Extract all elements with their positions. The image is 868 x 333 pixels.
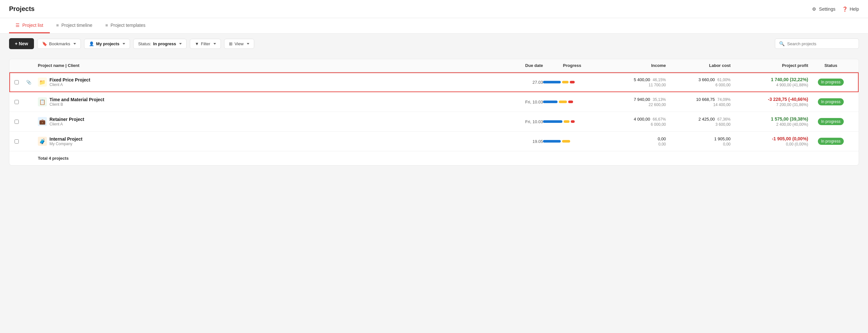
row-checkbox[interactable] <box>14 80 26 85</box>
pin-icon: 📎 <box>26 80 38 85</box>
bookmarks-caret <box>73 43 76 45</box>
status-cell: In progress <box>808 98 854 105</box>
row-select-checkbox[interactable] <box>14 100 19 104</box>
gear-icon: ⚙ <box>811 6 817 12</box>
project-client: Client B <box>50 102 104 107</box>
settings-label: Settings <box>819 6 836 12</box>
help-icon: ❓ <box>842 6 848 12</box>
search-wrap[interactable]: 🔍 <box>775 38 859 49</box>
labor-pct1: 67,36% <box>717 117 731 122</box>
tab-project-list[interactable]: ☰ Project list <box>9 18 50 33</box>
col-status: Status <box>808 63 854 68</box>
new-button[interactable]: + New <box>9 38 34 49</box>
profit-val2: 2 400,00 (40,00%) <box>731 122 808 127</box>
row-checkbox[interactable] <box>14 100 26 104</box>
status-badge: In progress <box>818 98 844 105</box>
progress-segment <box>543 101 558 103</box>
tab-project-list-icon: ☰ <box>16 23 20 28</box>
new-label: + New <box>15 41 28 46</box>
my-projects-caret <box>123 43 125 45</box>
progress-segment <box>543 81 561 84</box>
status-badge: In progress <box>818 118 844 125</box>
labor-val2: 6 000,00 <box>666 83 731 87</box>
project-name: Time and Material Project <box>50 97 104 102</box>
income-val2: 6 000,00 <box>601 122 666 127</box>
my-projects-button[interactable]: 👤 My projects <box>84 39 130 49</box>
labor-cell: 10 668,75 74,09% 14 400,00 <box>666 97 731 107</box>
status-cell: In progress <box>808 138 854 145</box>
project-name: Internal Project <box>50 136 83 142</box>
table-row[interactable]: 📎 📁 Fixed Price Project Client A 27.03 5… <box>9 72 859 92</box>
table-row[interactable]: 💼 Retainer Project Client A Fri, 10.03 4… <box>9 112 859 132</box>
income-cell: 5 400,00 46,15% 11 700,00 <box>601 77 666 87</box>
status-value: In progress <box>153 41 176 46</box>
row-checkbox[interactable] <box>14 139 26 143</box>
progress-bar-wrap <box>543 80 601 84</box>
labor-val1: 3 660,00 <box>699 77 715 82</box>
view-caret <box>247 43 249 45</box>
project-icon: 💼 <box>38 117 47 126</box>
bookmarks-button[interactable]: 🔖 Bookmarks <box>37 39 81 49</box>
col-labor-cost: Labor cost <box>666 63 731 68</box>
project-info: 📋 Time and Material Project Client B <box>38 97 504 107</box>
profit-cell: -3 228,75 (-40,66%) 7 200,00 (31,86%) <box>731 97 808 107</box>
row-select-checkbox[interactable] <box>14 80 19 85</box>
profit-cell: 1 740,00 (32,22%) 4 900,00 (41,88%) <box>731 77 808 87</box>
progress-bar-wrap <box>543 100 601 103</box>
progress-segment <box>568 101 573 103</box>
table-header: Project name | Client Due date Progress … <box>9 59 859 72</box>
total-label: Total 4 projects <box>38 156 68 161</box>
header-actions: ⚙ Settings ❓ Help <box>811 6 859 12</box>
table-row[interactable]: 📋 Time and Material Project Client B Fri… <box>9 92 859 112</box>
progress-segment <box>543 120 562 123</box>
status-badge: In progress <box>818 138 844 145</box>
row-checkbox[interactable] <box>14 120 26 124</box>
view-icon: ⊞ <box>229 41 232 46</box>
view-label: View <box>235 41 244 46</box>
filter-button[interactable]: ▼ Filter <box>190 39 221 49</box>
profit-val1: 1 575,00 (39,38%) <box>731 116 808 122</box>
labor-val1: 1 905,00 <box>714 136 731 141</box>
view-button[interactable]: ⊞ View <box>224 39 254 49</box>
bookmarks-label: Bookmarks <box>49 41 70 46</box>
search-input[interactable] <box>787 41 855 46</box>
income-val1: 0,00 <box>658 136 666 141</box>
income-val2: 11 700,00 <box>601 83 666 87</box>
profit-val2: 0,00 (0,00%) <box>731 142 808 146</box>
person-icon: 👤 <box>89 41 94 46</box>
tab-project-templates-icon: ≡ <box>105 23 108 28</box>
profit-val1: -3 228,75 (-40,66%) <box>731 97 808 102</box>
project-client: My Company <box>50 142 83 146</box>
table-row[interactable]: 🧳 Internal Project My Company 19.05 0,00… <box>9 132 859 151</box>
labor-val2: 3 600,00 <box>666 122 731 127</box>
status-cell: In progress <box>808 118 854 125</box>
progress-segment <box>543 140 561 142</box>
row-select-checkbox[interactable] <box>14 120 19 124</box>
filter-icon: ▼ <box>195 41 199 46</box>
app-header: Projects ⚙ Settings ❓ Help <box>0 0 868 18</box>
income-cell: 4 000,00 66,67% 6 000,00 <box>601 117 666 127</box>
income-val1: 7 940,00 <box>634 97 650 102</box>
progress-segment <box>570 81 575 84</box>
row-select-checkbox[interactable] <box>14 139 19 143</box>
settings-button[interactable]: ⚙ Settings <box>811 6 836 12</box>
tab-project-timeline-label: Project timeline <box>61 23 92 28</box>
tab-project-templates[interactable]: ≡ Project templates <box>99 18 152 33</box>
labor-pct1: 61,00% <box>717 77 731 82</box>
labor-val1: 2 425,00 <box>699 117 715 122</box>
tab-project-timeline[interactable]: ≡ Project timeline <box>50 18 99 33</box>
search-icon: 🔍 <box>779 41 784 46</box>
tab-project-templates-label: Project templates <box>111 23 146 28</box>
income-cell: 0,00 0,00 <box>601 136 666 146</box>
col-project-name: Project name | Client <box>38 63 504 68</box>
progress-segment <box>559 101 567 103</box>
status-button[interactable]: Status: In progress <box>133 39 187 49</box>
help-button[interactable]: ❓ Help <box>842 6 859 12</box>
progress-segment <box>562 81 568 84</box>
col-due-date: Due date <box>504 63 543 68</box>
income-pct1: 46,15% <box>653 77 666 82</box>
due-date: 19.05 <box>504 139 543 144</box>
main-content: Project name | Client Due date Progress … <box>0 59 868 175</box>
labor-cell: 1 905,00 0,00 <box>666 136 731 146</box>
due-date: Fri, 10.03 <box>504 100 543 104</box>
